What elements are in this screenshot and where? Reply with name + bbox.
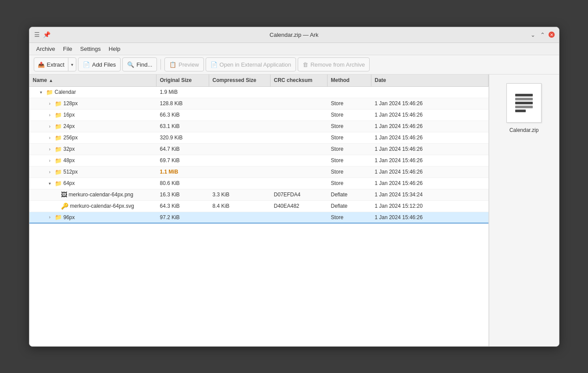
col-header-date[interactable]: Date (371, 75, 488, 86)
col-header-compsize[interactable]: Compressed Size (209, 75, 271, 86)
collapse-icon[interactable]: ▾ (47, 180, 53, 186)
sidebar-filename: Calendar.zip (510, 127, 539, 133)
row-name: 48px (64, 157, 75, 163)
cell-date-16px: 1 Jan 2024 15:46:26 (371, 112, 488, 118)
expand-icon[interactable]: › (47, 214, 53, 220)
row-name: 24px (64, 123, 75, 129)
expand-icon[interactable]: › (47, 169, 53, 175)
sidebar: Calendar.zip (489, 75, 559, 346)
col-date-label: Date (375, 77, 386, 83)
menu-archive[interactable]: Archive (33, 44, 59, 53)
maximize-button[interactable]: ⌃ (539, 31, 547, 39)
row-name: 128px (64, 100, 78, 107)
col-header-origsize[interactable]: Original Size (157, 75, 209, 86)
table-row[interactable]: › 📁 32px 64.7 KiB Store 1 Jan 2024 15:46… (29, 144, 488, 155)
pin-icon: 📌 (43, 31, 50, 38)
table-row[interactable]: › 📁 96px 97.2 KiB Store 1 Jan 2024 15:46… (29, 212, 488, 224)
cell-method-32px: Store (328, 146, 371, 152)
toolbar: 📤 Extract ▾ 📄 Add Files 🔍 Find... 📋 Prev… (29, 55, 559, 75)
col-name-label: Name (33, 77, 47, 83)
table-row[interactable]: ▾ 📁 64px 80.6 KiB Store 1 Jan 2024 15:46… (29, 178, 488, 189)
col-header-name[interactable]: Name ▲ (29, 75, 157, 86)
expand-icon[interactable]: › (47, 135, 53, 141)
table-row[interactable]: ▾ 📁 Calendar 1.9 MiB (29, 87, 488, 98)
cell-name-96px: › 📁 96px (29, 214, 157, 220)
cell-name-64px: ▾ 📁 64px (29, 180, 157, 187)
cell-date-svg: 1 Jan 2024 15:12:20 (371, 203, 488, 209)
table-row[interactable]: › 📁 512px 1.1 MiB Store 1 Jan 2024 15:46… (29, 167, 488, 178)
remove-label: Remove from Archive (310, 61, 365, 68)
file-list-body: ▾ 📁 Calendar 1.9 MiB › 📁 128px (29, 87, 488, 346)
table-row[interactable]: › 📁 24px 63.1 KiB Store 1 Jan 2024 15:46… (29, 121, 488, 132)
cell-method-256px: Store (328, 135, 371, 141)
expand-icon[interactable]: › (47, 123, 53, 129)
menu-file[interactable]: File (60, 44, 76, 53)
cell-date-512px: 1 Jan 2024 15:46:26 (371, 169, 488, 175)
cell-name-128px: › 📁 128px (29, 100, 157, 107)
cell-compsize-png: 3.3 KiB (209, 192, 271, 198)
cell-name-16px: › 📁 16px (29, 112, 157, 118)
col-header-method[interactable]: Method (328, 75, 371, 86)
table-row[interactable]: › 📁 128px 128.8 KiB Store 1 Jan 2024 15:… (29, 98, 488, 110)
cell-method-16px: Store (328, 112, 371, 118)
row-name: 16px (64, 112, 75, 118)
expand-icon[interactable]: › (47, 146, 53, 152)
titlebar: ☰ 📌 Calendar.zip — Ark ⌄ ⌃ ✕ (29, 27, 559, 43)
cell-method-svg: Deflate (328, 203, 371, 209)
cell-name-calendar: ▾ 📁 Calendar (29, 89, 157, 96)
menu-settings[interactable]: Settings (77, 44, 104, 53)
open-external-label: Open in External Application (220, 61, 291, 68)
folder-icon: 📁 (55, 146, 62, 153)
minimize-button[interactable]: ⌄ (529, 31, 537, 39)
find-button[interactable]: 🔍 Find... (122, 57, 157, 71)
cell-name-48px: › 📁 48px (29, 157, 157, 164)
zip-line (515, 110, 526, 112)
close-button[interactable]: ✕ (549, 32, 555, 38)
menu-help[interactable]: Help (105, 44, 124, 53)
extract-dropdown[interactable]: 📤 Extract ▾ (34, 57, 76, 71)
image-file-icon: 🖼 (61, 191, 67, 198)
remove-icon: 🗑 (303, 61, 308, 68)
table-row[interactable]: › 📁 16px 66.3 KiB Store 1 Jan 2024 15:46… (29, 110, 488, 121)
col-origsize-label: Original Size (160, 77, 192, 83)
table-row[interactable]: › 📁 256px 320.9 KiB Store 1 Jan 2024 15:… (29, 132, 488, 144)
expand-icon[interactable]: › (47, 157, 53, 163)
extract-arrow-button[interactable]: ▾ (68, 58, 76, 71)
preview-button[interactable]: 📋 Preview (164, 57, 203, 71)
preview-label: Preview (178, 61, 199, 68)
extract-main-button[interactable]: 📤 Extract (34, 58, 68, 71)
table-row[interactable]: › 📁 48px 69.7 KiB Store 1 Jan 2024 15:46… (29, 155, 488, 167)
cell-origsize-16px: 66.3 KiB (157, 112, 209, 118)
row-name: 96px (64, 214, 75, 220)
table-row[interactable]: 🖼 merkuro-calendar-64px.png 16.3 KiB 3.3… (29, 189, 488, 201)
find-label: Find... (136, 61, 152, 68)
collapse-icon[interactable]: ▾ (38, 89, 44, 95)
app-icon: ☰ (34, 31, 41, 38)
folder-icon: 📁 (55, 180, 62, 187)
row-name: merkuro-calendar-64px.png (69, 192, 133, 198)
folder-icon: 📁 (55, 123, 62, 130)
remove-button[interactable]: 🗑 Remove from Archive (298, 57, 370, 71)
row-name: 256px (64, 135, 78, 141)
cell-method-96px: Store (328, 214, 371, 220)
cell-method-48px: Store (328, 157, 371, 163)
cell-name-png: 🖼 merkuro-calendar-64px.png (29, 191, 157, 198)
expand-icon[interactable]: › (47, 112, 53, 118)
extract-icon: 📤 (38, 61, 45, 68)
add-files-button[interactable]: 📄 Add Files (78, 57, 121, 71)
folder-icon: 📁 (46, 89, 53, 96)
expand-icon[interactable]: › (47, 100, 53, 107)
preview-icon: 📋 (169, 61, 176, 68)
svg-file-icon: 🔑 (61, 202, 68, 210)
toolbar-separator-1 (160, 59, 161, 70)
cell-date-48px: 1 Jan 2024 15:46:26 (371, 157, 488, 163)
open-external-button[interactable]: 📄 Open in External Application (206, 57, 296, 71)
cell-origsize-calendar: 1.9 MiB (157, 89, 209, 95)
col-header-crc[interactable]: CRC checksum (271, 75, 328, 86)
table-row[interactable]: 🔑 merkuro-calendar-64px.svg 64.3 KiB 8.4… (29, 201, 488, 212)
add-files-label: Add Files (92, 61, 116, 68)
folder-icon: 📁 (55, 100, 62, 107)
titlebar-icons-left: ☰ 📌 (34, 31, 50, 38)
cell-crc-svg: D40EA482 (271, 203, 328, 209)
cell-origsize-512px: 1.1 MiB (157, 169, 209, 175)
